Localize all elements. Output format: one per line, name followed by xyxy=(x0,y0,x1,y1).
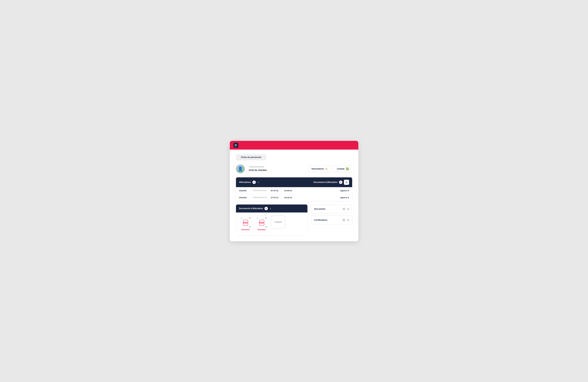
informations-button[interactable]: Informations ✏️ xyxy=(308,166,331,172)
row2-date-start: 27-07-21 xyxy=(269,196,280,199)
documents-chevron-icon[interactable]: ∨ xyxy=(347,208,349,210)
pdf-icon-2: PDF xyxy=(259,220,264,226)
page-title-btn[interactable]: Fiche du personnel xyxy=(236,154,266,160)
certifications-chevron-icon[interactable]: ∨ xyxy=(347,219,349,222)
delete-icon-2[interactable]: 🗑 xyxy=(265,217,267,219)
profile-info: Chef de chantier xyxy=(249,166,304,172)
documents-card-title: Documents xyxy=(314,208,341,210)
affectations-card: Affectations 2 ∧ Documents d'affectation… xyxy=(236,177,352,201)
add-doc-button[interactable]: + Ajouter xyxy=(271,216,285,228)
download-icon-1[interactable]: ⬇ xyxy=(249,226,251,228)
informations-label: Informations xyxy=(312,168,324,170)
table-row: Chantier 07-07-21 24-09-21 Agence A xyxy=(236,187,352,194)
row1-date-start: 07-07-21 xyxy=(269,189,280,192)
check-icon: ✅ xyxy=(346,167,349,170)
avatar-person-icon: 👤 xyxy=(238,166,243,171)
row2-bar xyxy=(253,197,267,198)
docs-affectation-body: 🗑 PDF ⬇ Affectation 🗑 xyxy=(236,212,307,235)
table-row: Chantier 27-07-21 24-10-21 Agence A xyxy=(236,194,352,201)
affectations-table-body: Chantier 07-07-21 24-09-21 Agence A Chan… xyxy=(236,187,352,201)
row1-agency: Agence A xyxy=(296,189,349,192)
compte-label: Compte xyxy=(337,168,345,170)
profile-row: 👤 Chef de chantier Informations ✏️ Compt… xyxy=(236,164,352,173)
avatar: 👤 xyxy=(236,164,245,173)
affectations-chevron-icon[interactable]: ∧ xyxy=(258,181,259,183)
profile-name-bar xyxy=(249,166,264,168)
doc-item-1-top: 🗑 xyxy=(240,217,251,219)
doc-item-1: 🗑 PDF ⬇ Affectation xyxy=(239,216,253,232)
documents-card-badge: 3 xyxy=(342,207,346,211)
doc-item-2-top: 🗑 xyxy=(257,217,267,219)
doc-label-2: Affectation xyxy=(257,229,266,231)
top-bar: D xyxy=(230,141,358,150)
row2-type: Chantier xyxy=(239,196,251,199)
affectations-title: Affectations xyxy=(239,181,251,183)
documents-card[interactable]: Documents 3 ∨ xyxy=(311,204,352,214)
compte-button[interactable]: Compte ✅ xyxy=(333,166,352,172)
affectations-badge: 2 xyxy=(252,180,256,184)
docs-affectation-section-header: Documents d'affectation 2 ∧ xyxy=(236,204,307,212)
row1-bar xyxy=(253,190,267,191)
affectations-header: Affectations 2 ∧ Documents d'affectation… xyxy=(236,177,352,187)
bottom-section: Documents d'affectation 2 ∧ 🗑 PDF xyxy=(236,204,352,235)
row1-date-end: 24-09-21 xyxy=(282,189,294,192)
print-button[interactable]: 🖨 xyxy=(344,180,349,185)
doc-item-2: 🗑 PDF ⬇ Affectation xyxy=(255,216,269,232)
svg-text:PDF: PDF xyxy=(243,222,248,224)
docs-affectation-card: Documents d'affectation 2 ∧ 🗑 PDF xyxy=(236,204,307,235)
docs-affectation-title: Documents d'affectation xyxy=(239,207,263,210)
certifications-card-badge: 3 xyxy=(342,218,346,222)
doc-label-1: Affectation xyxy=(241,229,250,231)
main-content: Fiche du personnel 👤 Chef de chantier In… xyxy=(230,150,358,241)
row2-date-end: 24-10-21 xyxy=(282,196,294,199)
docs-affectation-header-label: Documents d'affectation xyxy=(314,181,337,183)
certifications-card[interactable]: Certifications 3 ∨ xyxy=(311,216,352,225)
docs-affectation-chevron-icon[interactable]: ∧ xyxy=(270,207,271,209)
docs-affectation-count-badge: 2 xyxy=(265,207,268,210)
edit-icon: ✏️ xyxy=(325,168,328,170)
row2-agency: Agence A xyxy=(296,196,349,199)
profile-role: Chef de chantier xyxy=(249,169,304,172)
docs-affectation-badge: 2 xyxy=(339,180,342,184)
doc-checkbox-1[interactable] xyxy=(240,217,242,219)
download-icon-2[interactable]: ⬇ xyxy=(265,226,267,228)
row1-type: Chantier xyxy=(239,189,251,192)
profile-actions: Informations ✏️ Compte ✅ xyxy=(308,166,352,172)
app-window: D Fiche du personnel 👤 Chef de chantier … xyxy=(230,141,358,241)
add-doc-label: + Ajouter xyxy=(274,221,282,223)
right-panel: Documents 3 ∨ Certifications 3 ∨ xyxy=(311,204,352,235)
logo-icon: D xyxy=(233,143,238,148)
doc-checkbox-2[interactable] xyxy=(257,217,258,219)
certifications-card-title: Certifications xyxy=(314,219,341,221)
svg-text:PDF: PDF xyxy=(259,222,264,224)
pdf-icon-1: PDF xyxy=(243,220,248,226)
delete-icon-1[interactable]: 🗑 xyxy=(249,217,251,219)
